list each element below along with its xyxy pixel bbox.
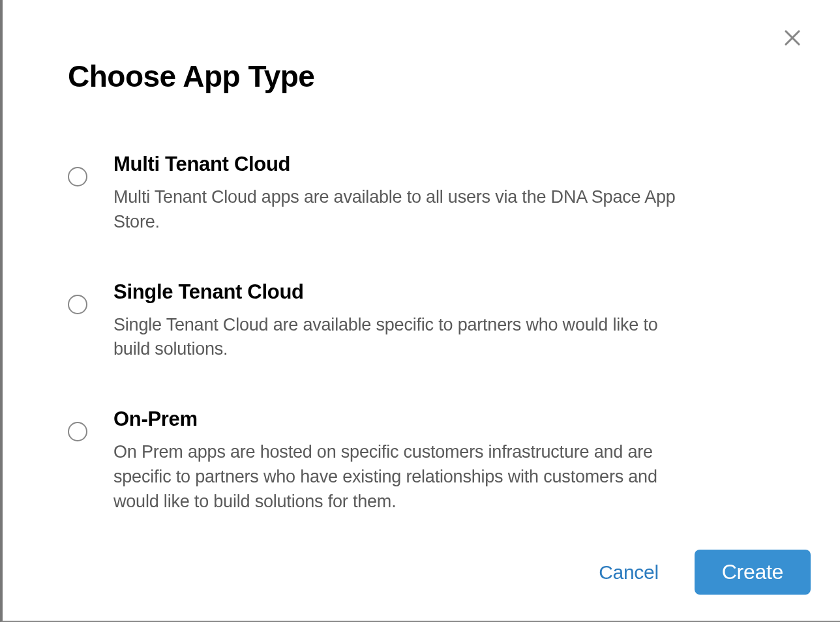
radio-multi-tenant-cloud[interactable]	[68, 167, 87, 186]
cancel-button[interactable]: Cancel	[599, 561, 659, 584]
app-type-options: Multi Tenant Cloud Multi Tenant Cloud ap…	[68, 153, 775, 514]
option-multi-tenant-cloud[interactable]: Multi Tenant Cloud Multi Tenant Cloud ap…	[68, 153, 775, 235]
option-on-prem[interactable]: On-Prem On Prem apps are hosted on speci…	[68, 407, 775, 514]
option-title: Single Tenant Cloud	[113, 280, 690, 304]
radio-single-tenant-cloud[interactable]	[68, 295, 87, 314]
option-description: On Prem apps are hosted on specific cust…	[113, 440, 690, 514]
create-button[interactable]: Create	[695, 550, 811, 595]
modal-footer: Cancel Create	[599, 550, 811, 595]
radio-on-prem[interactable]	[68, 422, 87, 441]
option-description: Single Tenant Cloud are available specif…	[113, 313, 690, 363]
close-icon	[783, 28, 802, 48]
option-description: Multi Tenant Cloud apps are available to…	[113, 185, 690, 235]
modal-title: Choose App Type	[68, 59, 775, 94]
option-single-tenant-cloud[interactable]: Single Tenant Cloud Single Tenant Cloud …	[68, 280, 775, 363]
option-text: On-Prem On Prem apps are hosted on speci…	[113, 407, 775, 514]
option-text: Multi Tenant Cloud Multi Tenant Cloud ap…	[113, 153, 775, 235]
option-title: Multi Tenant Cloud	[113, 153, 690, 176]
close-button[interactable]	[781, 26, 804, 50]
option-text: Single Tenant Cloud Single Tenant Cloud …	[113, 280, 775, 363]
option-title: On-Prem	[113, 407, 690, 431]
choose-app-type-modal: Choose App Type Multi Tenant Cloud Multi…	[3, 0, 840, 621]
